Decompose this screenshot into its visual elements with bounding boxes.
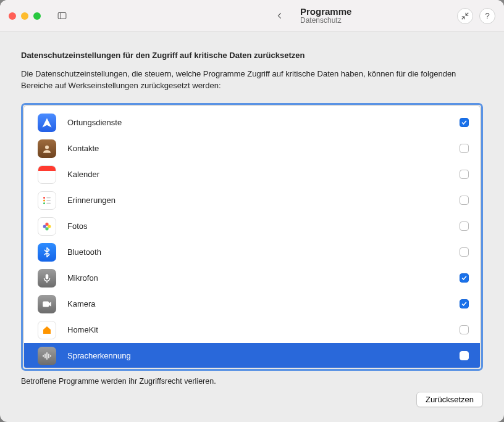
category-checkbox-calendar[interactable] — [460, 170, 469, 179]
category-label: HomeKit — [67, 325, 253, 334]
category-checkbox-reminders[interactable] — [460, 196, 469, 205]
category-row-calendar[interactable]: 17Kalender — [24, 162, 480, 188]
category-checkbox-homekit[interactable] — [460, 325, 469, 334]
categories-list-container: OrtungsdiensteKontakte17KalenderErinneru… — [23, 106, 481, 368]
help-button[interactable]: ? — [479, 8, 495, 24]
svg-line-2 — [466, 12, 468, 15]
collapse-button[interactable] — [457, 8, 473, 24]
category-checkbox-camera[interactable] — [460, 299, 469, 308]
bluetooth-icon — [38, 243, 56, 262]
back-button[interactable] — [271, 9, 288, 23]
window-controls — [9, 12, 41, 20]
photos-icon — [38, 217, 56, 236]
zoom-window-button[interactable] — [33, 12, 41, 20]
minimize-window-button[interactable] — [21, 12, 28, 20]
category-row-speech[interactable]: Spracherkennung — [24, 343, 480, 368]
reset-button[interactable]: Zurücksetzen — [416, 392, 483, 407]
sidebar-icon — [57, 10, 67, 21]
categories-list[interactable]: OrtungsdiensteKontakte17KalenderErinneru… — [24, 106, 480, 368]
homekit-icon — [38, 321, 56, 339]
category-label: Ortungsdienste — [67, 118, 253, 127]
category-row-bluetooth[interactable]: Bluetooth — [24, 239, 480, 265]
category-row-contacts[interactable]: Kontakte — [24, 136, 480, 162]
footer-actions: Zurücksetzen — [21, 392, 483, 407]
microphone-icon — [38, 269, 56, 288]
svg-rect-0 — [58, 13, 66, 19]
category-row-microphone[interactable]: Mikrofon — [24, 265, 480, 291]
footer-note: Betroffene Programme werden ihr Zugriffs… — [21, 377, 483, 386]
contacts-icon — [38, 139, 56, 158]
speech-icon — [38, 347, 56, 365]
category-checkbox-contacts[interactable] — [460, 144, 469, 153]
location-icon — [38, 114, 56, 132]
category-checkbox-microphone[interactable] — [460, 273, 469, 283]
category-label: Fotos — [67, 221, 253, 231]
camera-icon — [38, 295, 56, 313]
category-checkbox-speech[interactable] — [460, 351, 469, 360]
category-label: Erinnerungen — [67, 196, 253, 205]
preferences-window: Programme Datenschutz ? Datenschutzeinst… — [0, 0, 504, 422]
chevron-left-icon — [274, 10, 285, 21]
category-label: Kamera — [67, 299, 253, 308]
toolbar-title-block: Programme Datenschutz — [300, 6, 351, 25]
category-row-photos[interactable]: Fotos — [24, 213, 480, 239]
category-checkbox-location[interactable] — [460, 118, 469, 127]
calendar-icon: 17 — [38, 165, 56, 184]
category-label: Kontakte — [67, 144, 253, 153]
category-row-camera[interactable]: Kamera — [24, 291, 480, 317]
arrows-collapse-icon — [461, 12, 469, 20]
question-mark-icon: ? — [485, 11, 489, 20]
content-area: Datenschutzeinstellungen für den Zugriff… — [0, 32, 504, 422]
category-label: Kalender — [67, 170, 253, 179]
category-checkbox-bluetooth[interactable] — [460, 247, 469, 257]
toolbar-title: Programme — [300, 6, 351, 17]
toolbar-subtitle: Datenschutz — [300, 17, 351, 25]
svg-line-3 — [462, 17, 464, 19]
category-row-location[interactable]: Ortungsdienste — [24, 110, 480, 136]
category-row-reminders[interactable]: Erinnerungen — [24, 188, 480, 213]
categories-list-focus-ring: OrtungsdiensteKontakte17KalenderErinneru… — [21, 103, 483, 371]
toggle-sidebar-button[interactable] — [53, 9, 70, 23]
page-heading: Datenschutzeinstellungen für den Zugriff… — [21, 51, 483, 60]
category-label: Spracherkennung — [67, 351, 253, 360]
close-window-button[interactable] — [9, 12, 16, 20]
category-row-homekit[interactable]: HomeKit — [24, 317, 480, 343]
category-label: Mikrofon — [67, 273, 253, 283]
window-toolbar: Programme Datenschutz ? — [0, 0, 504, 32]
category-label: Bluetooth — [67, 247, 253, 257]
category-checkbox-photos[interactable] — [460, 221, 469, 231]
page-description: Die Datenschutzeinstellungen, die steuer… — [21, 68, 483, 92]
reminders-icon — [38, 191, 56, 210]
